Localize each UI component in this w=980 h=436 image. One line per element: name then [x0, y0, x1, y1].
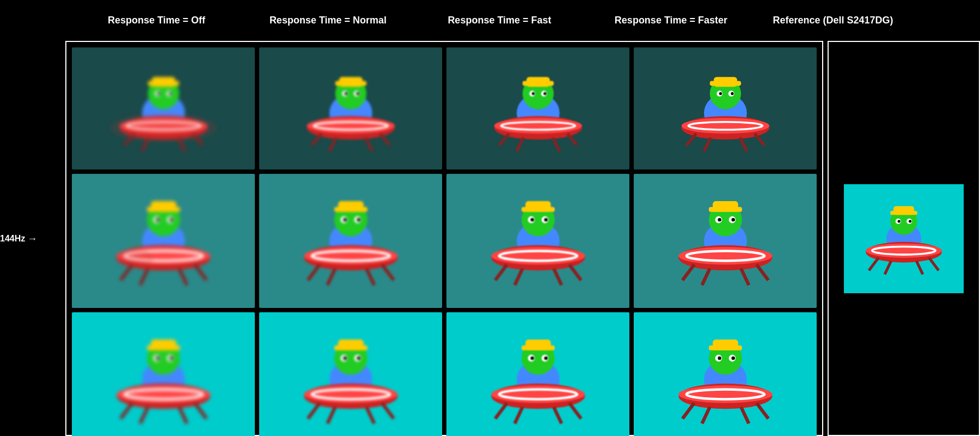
ufo-svg-r1-normal [278, 59, 424, 157]
svg-point-174 [731, 356, 734, 360]
svg-line-45 [567, 134, 577, 146]
right-panel [828, 41, 980, 436]
svg-line-118 [682, 264, 694, 280]
svg-point-83 [343, 218, 346, 221]
svg-line-150 [366, 407, 374, 423]
svg-rect-80 [334, 207, 367, 211]
svg-point-173 [718, 356, 721, 360]
svg-rect-19 [335, 81, 366, 86]
cell-inner [72, 312, 255, 436]
svg-line-73 [140, 268, 148, 284]
grid-row-3 [72, 312, 817, 436]
cell-inner [634, 174, 817, 308]
header-label-off: Response Time = Off [108, 15, 205, 26]
header-col-off: Response Time = Off [71, 15, 242, 26]
svg-point-146 [304, 385, 397, 403]
grid-row-1 [72, 47, 817, 169]
svg-line-178 [682, 403, 694, 419]
cell-r1-faster [634, 47, 817, 169]
svg-point-191 [866, 243, 942, 257]
svg-point-98 [530, 218, 534, 221]
svg-rect-110 [709, 207, 742, 211]
svg-line-42 [499, 134, 509, 146]
cell-r3-fast [446, 312, 629, 436]
svg-point-15 [109, 113, 217, 143]
svg-point-116 [678, 247, 772, 264]
svg-line-58 [704, 138, 711, 152]
svg-line-72 [120, 264, 132, 280]
svg-point-176 [678, 385, 772, 403]
header-label-normal: Response Time = Normal [270, 15, 387, 26]
svg-rect-3 [148, 81, 179, 86]
cell-r1-normal [259, 47, 442, 169]
svg-line-119 [702, 268, 709, 284]
svg-line-166 [569, 403, 581, 419]
cell-inner [446, 174, 629, 308]
main-layout: 144Hz → [0, 41, 980, 436]
svg-line-57 [686, 134, 696, 146]
svg-point-113 [718, 218, 721, 221]
svg-line-88 [308, 264, 320, 280]
header-label-faster: Response Time = Faster [615, 15, 727, 26]
svg-point-158 [530, 356, 534, 360]
cell-inner [259, 47, 442, 169]
svg-line-180 [741, 407, 749, 423]
svg-line-165 [554, 407, 561, 423]
svg-line-105 [554, 268, 561, 284]
svg-point-189 [909, 220, 911, 222]
svg-point-128 [156, 356, 159, 360]
header-col-reference: Reference (Dell S2417DG) [757, 15, 909, 26]
svg-point-25 [307, 118, 394, 134]
hz-text: 144Hz [0, 234, 25, 244]
svg-line-89 [327, 268, 335, 284]
ufo-svg-r2-faster [652, 187, 799, 295]
svg-point-37 [531, 92, 534, 95]
svg-rect-185 [890, 211, 917, 215]
svg-line-149 [327, 407, 335, 423]
hz-arrow: → [27, 233, 37, 244]
svg-point-188 [898, 220, 901, 222]
cell-inner [72, 174, 255, 308]
svg-line-60 [755, 134, 764, 146]
ufo-svg-r3-normal [278, 326, 424, 433]
svg-point-143 [343, 356, 346, 360]
header-row: Response Time = Off Response Time = Norm… [0, 0, 980, 41]
left-panel [65, 41, 823, 436]
header-label-fast: Response Time = Fast [448, 15, 551, 26]
svg-point-67 [156, 218, 159, 221]
ufo-svg-reference [856, 195, 952, 282]
svg-line-103 [495, 264, 507, 280]
ufo-svg-r3-fast [465, 326, 611, 433]
svg-point-40 [494, 118, 581, 134]
svg-point-22 [344, 92, 347, 95]
svg-point-161 [491, 385, 585, 403]
svg-line-91 [382, 264, 394, 280]
svg-rect-49 [709, 81, 740, 86]
cell-inner [72, 47, 255, 169]
cell-r3-faster [634, 312, 817, 436]
cell-inner [259, 174, 442, 308]
svg-line-181 [756, 403, 768, 419]
svg-line-134 [140, 407, 148, 423]
cell-inner [446, 312, 629, 436]
svg-line-148 [308, 403, 320, 419]
ufo-svg-r1-faster [652, 59, 799, 157]
svg-line-193 [869, 257, 878, 270]
header-label-reference: Reference (Dell S2417DG) [773, 15, 893, 26]
ufo-svg-r1-fast [465, 59, 611, 157]
svg-point-114 [731, 218, 734, 221]
cell-r3-normal [259, 312, 442, 436]
svg-line-194 [885, 261, 891, 274]
svg-line-196 [929, 257, 939, 270]
svg-point-86 [304, 247, 397, 264]
svg-point-23 [356, 92, 359, 95]
svg-rect-64 [147, 207, 180, 211]
cell-r3-off [72, 312, 255, 436]
svg-line-74 [179, 268, 187, 284]
svg-line-195 [916, 261, 923, 274]
svg-point-68 [169, 218, 173, 221]
svg-line-164 [514, 407, 522, 423]
svg-rect-95 [522, 207, 555, 211]
svg-line-59 [740, 138, 747, 152]
svg-point-101 [491, 247, 585, 264]
